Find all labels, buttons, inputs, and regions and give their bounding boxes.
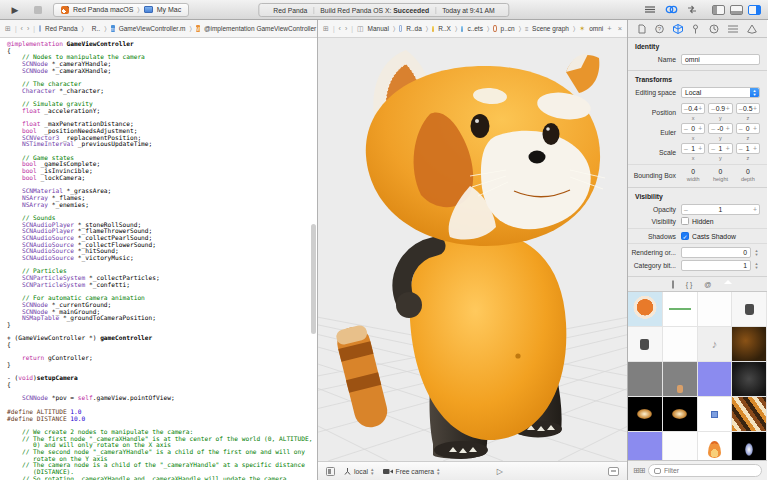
- node-inspector-tab[interactable]: [673, 24, 683, 34]
- library-asset-moth[interactable]: [628, 397, 663, 432]
- related-items-icon[interactable]: ⊞: [5, 25, 11, 33]
- library-asset-flame[interactable]: [698, 432, 733, 460]
- back-button[interactable]: ‹: [339, 25, 341, 32]
- object-library-tab[interactable]: @: [704, 281, 711, 288]
- library-asset-purple[interactable]: [628, 432, 663, 460]
- casts-shadow-checkbox[interactable]: ✓: [681, 232, 689, 240]
- source-editor[interactable]: @implementation GameViewController{ // N…: [0, 38, 317, 480]
- standard-editor-button[interactable]: [642, 3, 658, 16]
- breadcrumb-group[interactable]: R..: [92, 25, 100, 32]
- materials-inspector-tab[interactable]: [747, 24, 757, 34]
- stop-button[interactable]: [30, 3, 46, 16]
- library-asset-texorange[interactable]: [732, 327, 767, 362]
- scene-inspector-tab[interactable]: [728, 24, 738, 34]
- library-asset-grayfig[interactable]: [663, 362, 698, 397]
- library-asset-panda[interactable]: [628, 292, 663, 327]
- status-time: Today at 9:41 AM: [435, 7, 501, 14]
- forward-button[interactable]: ›: [345, 25, 347, 32]
- rendering-order-label: Rendering or...: [628, 249, 676, 256]
- camera-select[interactable]: Free camera ▴▾: [383, 467, 440, 475]
- close-editor-button[interactable]: ×: [618, 24, 622, 33]
- position-x-stepper[interactable]: –0.4+: [681, 103, 705, 114]
- name-field[interactable]: omni: [681, 54, 760, 65]
- pivot-mode-select[interactable]: local ▴▾: [344, 467, 374, 475]
- run-button[interactable]: ▶: [7, 3, 23, 16]
- scale-x-stepper[interactable]: –1+: [681, 143, 705, 154]
- scenekit-viewport[interactable]: [318, 38, 627, 461]
- breadcrumb-project[interactable]: R..da: [406, 25, 422, 32]
- physics-inspector-tab[interactable]: [709, 24, 719, 34]
- euler-y-stepper[interactable]: –-0+: [708, 123, 732, 134]
- hidden-checkbox[interactable]: [681, 217, 689, 225]
- node-panel-toggle-icon[interactable]: [326, 467, 335, 476]
- navigator-panel-toggle[interactable]: [712, 5, 725, 15]
- breadcrumb-project[interactable]: Red Panda: [45, 25, 78, 32]
- library-filter[interactable]: [648, 464, 762, 477]
- position-z-stepper[interactable]: –0.5+: [736, 103, 760, 114]
- library-asset-textg[interactable]: [663, 292, 698, 327]
- library-asset-blank[interactable]: [663, 327, 698, 362]
- viewport-controls-bar: local ▴▾ Free camera ▴▾ ▷: [318, 461, 627, 480]
- code-line: NSMapTable *_groundToCameraPosition;: [7, 315, 317, 322]
- forward-button[interactable]: ›: [27, 25, 29, 32]
- code-lines: @implementation GameViewController{ // N…: [0, 38, 317, 480]
- library-asset-texdark[interactable]: [732, 362, 767, 397]
- library-asset-spritedark[interactable]: [628, 327, 663, 362]
- breadcrumb-symbol[interactable]: @implementation GameViewController: [204, 25, 316, 32]
- breadcrumb-manual[interactable]: Manual: [368, 25, 389, 32]
- filter-input[interactable]: [664, 467, 756, 474]
- opacity-label: Opacity: [628, 206, 676, 213]
- breadcrumb-scene-graph[interactable]: Scene graph: [532, 25, 569, 32]
- panda-nose: [529, 151, 546, 164]
- code-line: SCNParticleSystem *_confetti;: [7, 282, 317, 289]
- opacity-stepper[interactable]: –1+: [681, 204, 760, 215]
- attributes-inspector-tab[interactable]: [691, 24, 700, 34]
- breadcrumb-file[interactable]: GameViewController.m: [119, 25, 186, 32]
- rendering-order-field[interactable]: 0: [681, 247, 751, 258]
- breadcrumb-scene-file[interactable]: p..cn: [501, 25, 515, 32]
- stepper-arrows-icon[interactable]: ▲▼: [753, 262, 760, 269]
- editing-space-select[interactable]: Local ▲▼: [681, 87, 760, 98]
- category-mask-field[interactable]: 1: [681, 260, 751, 271]
- assistant-editor-icon: [665, 5, 678, 14]
- library-asset-collage[interactable]: [732, 397, 767, 432]
- editing-space-label: Editing space: [628, 89, 676, 96]
- library-asset-purple[interactable]: [698, 362, 733, 397]
- scale-z-stepper[interactable]: –1+: [736, 143, 760, 154]
- breadcrumb-node[interactable]: omni: [589, 25, 603, 32]
- breadcrumb-target[interactable]: R..X: [438, 25, 451, 32]
- library-asset-music[interactable]: [698, 327, 733, 362]
- stepper-arrows-icon[interactable]: ▲▼: [753, 249, 760, 256]
- related-items-icon[interactable]: ⊞: [323, 25, 329, 33]
- file-template-library-tab[interactable]: [672, 281, 674, 288]
- scale-label: Scale: [628, 149, 676, 156]
- cube-icon: [673, 24, 683, 34]
- utilities-panel-toggle[interactable]: [748, 5, 761, 15]
- library-asset-moth[interactable]: [663, 397, 698, 432]
- euler-z-stepper[interactable]: –0+: [736, 123, 760, 134]
- library-asset-spritedark[interactable]: [732, 292, 767, 327]
- code-scrollbar[interactable]: [311, 224, 316, 335]
- assistant-editor-button[interactable]: [663, 3, 679, 16]
- code-snippet-library-tab[interactable]: { }: [686, 281, 693, 288]
- version-editor-button[interactable]: [684, 3, 700, 16]
- secondary-pane-icon[interactable]: [608, 467, 619, 476]
- library-asset-gray[interactable]: [628, 362, 663, 397]
- grid-view-toggle-icon[interactable]: ⊞⊞: [633, 466, 644, 475]
- scene-editor-pane: ⊞ | ‹ › | ◫ Manual 〉 R..da 〉 R..X 〉 c..e…: [318, 20, 628, 480]
- library-asset-blank[interactable]: [698, 292, 733, 327]
- scale-y-stepper[interactable]: –1+: [708, 143, 732, 154]
- quick-help-tab[interactable]: ?: [655, 24, 664, 34]
- back-button[interactable]: ‹: [21, 25, 23, 32]
- library-asset-blank[interactable]: [663, 432, 698, 460]
- library-asset-bluedot[interactable]: [698, 397, 733, 432]
- breadcrumb-assets[interactable]: c..ets: [467, 25, 483, 32]
- file-inspector-tab[interactable]: [638, 24, 646, 34]
- position-y-stepper[interactable]: –0.9+: [708, 103, 732, 114]
- euler-x-stepper[interactable]: –0+: [681, 123, 705, 134]
- scene-play-button[interactable]: ▷: [497, 467, 503, 476]
- debug-panel-toggle[interactable]: [730, 5, 743, 15]
- library-asset-glow[interactable]: [732, 432, 767, 460]
- add-editor-button[interactable]: +: [607, 24, 611, 33]
- scheme-selector[interactable]: Red Panda macOS 〉 My Mac: [53, 3, 189, 17]
